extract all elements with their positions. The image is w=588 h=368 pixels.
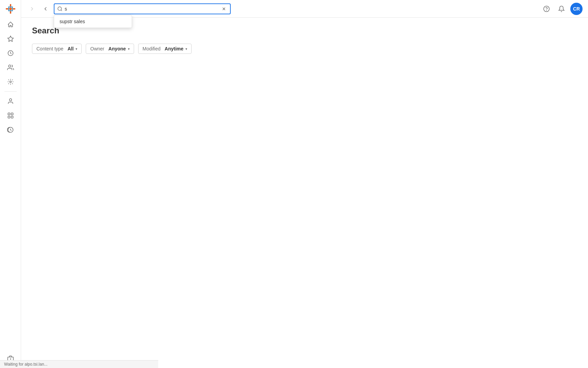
user-avatar[interactable]: CR xyxy=(570,3,583,15)
sidebar-item-user[interactable] xyxy=(4,94,17,108)
sidebar-item-shared[interactable] xyxy=(4,61,17,74)
sidebar-item-external[interactable] xyxy=(4,123,17,137)
svg-point-9 xyxy=(10,81,11,83)
sidebar-item-home[interactable] xyxy=(4,18,17,31)
search-input[interactable] xyxy=(65,6,218,12)
search-icon xyxy=(57,6,63,12)
sidebar-item-groups[interactable] xyxy=(4,109,17,122)
filter-owner-label: Owner xyxy=(90,46,104,51)
back-button[interactable] xyxy=(40,3,51,14)
filter-content-type-chevron: ▾ xyxy=(76,47,77,51)
svg-point-23 xyxy=(544,6,550,12)
svg-point-19 xyxy=(58,7,62,11)
forward-button[interactable] xyxy=(27,3,37,14)
svg-rect-4 xyxy=(8,6,13,7)
svg-rect-11 xyxy=(8,113,10,115)
autocomplete-dropdown: supstr sales xyxy=(54,15,132,28)
svg-marker-6 xyxy=(7,36,13,42)
app-logo xyxy=(4,3,17,15)
filter-content-type-label: Content type xyxy=(36,46,63,51)
sidebar-item-recents[interactable] xyxy=(4,46,17,60)
svg-rect-1 xyxy=(6,8,15,10)
header-actions: CR xyxy=(540,3,583,15)
filter-content-type-value: All xyxy=(67,46,74,51)
sidebar-nav-top xyxy=(0,18,21,137)
svg-point-8 xyxy=(9,65,11,67)
search-input-wrapper xyxy=(54,3,231,14)
svg-rect-5 xyxy=(8,10,13,11)
filter-bar: Content type All ▾ Owner Anyone ▾ Modifi… xyxy=(32,44,577,54)
main-content: supstr sales xyxy=(21,0,588,368)
sidebar-divider xyxy=(4,91,17,92)
sidebar xyxy=(0,0,21,368)
svg-point-10 xyxy=(9,99,12,101)
svg-rect-12 xyxy=(11,113,13,115)
filter-content-type[interactable]: Content type All ▾ xyxy=(32,44,82,54)
filter-modified-value: Anytime xyxy=(165,46,183,51)
svg-rect-13 xyxy=(8,116,10,118)
svg-rect-14 xyxy=(11,116,13,118)
help-button[interactable] xyxy=(540,3,553,15)
header: supstr sales xyxy=(21,0,588,18)
filter-owner-value: Anyone xyxy=(109,46,126,51)
search-bar-container: supstr sales xyxy=(54,3,231,14)
filter-modified-label: Modified xyxy=(143,46,161,51)
status-bar: Waiting for alpo.tsi.lan... xyxy=(0,360,158,368)
filter-modified-chevron: ▾ xyxy=(185,47,187,51)
notifications-button[interactable] xyxy=(555,3,568,15)
page-body: Search Content type All ▾ Owner Anyone ▾… xyxy=(21,18,588,368)
filter-owner[interactable]: Owner Anyone ▾ xyxy=(86,44,134,54)
autocomplete-item[interactable]: supstr sales xyxy=(54,15,132,28)
sidebar-item-recommendations[interactable] xyxy=(4,75,17,89)
svg-line-20 xyxy=(61,10,62,11)
status-text: Waiting for alpo.tsi.lan... xyxy=(4,362,48,367)
search-clear-button[interactable] xyxy=(220,5,227,12)
filter-modified[interactable]: Modified Anytime ▾ xyxy=(138,44,192,54)
sidebar-item-favorites[interactable] xyxy=(4,32,17,46)
filter-owner-chevron: ▾ xyxy=(128,47,130,51)
